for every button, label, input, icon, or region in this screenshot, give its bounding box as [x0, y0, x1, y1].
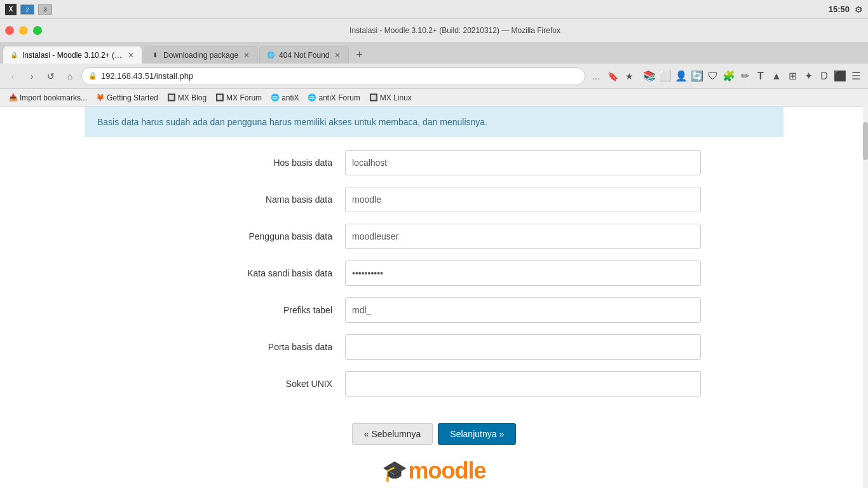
security-icon: 🔒: [88, 72, 97, 80]
t-icon[interactable]: T: [754, 69, 768, 83]
pocket-icon[interactable]: 🔖: [606, 69, 620, 83]
title-bar: Instalasi - Moodle 3.10.2+ (Build: 20210…: [0, 19, 868, 42]
system-time: 15:50: [829, 4, 850, 14]
label-db-pass: Kata sandi basis data: [167, 268, 345, 278]
address-bar-input-wrap[interactable]: 🔒 192.168.43.51/install.php: [81, 67, 585, 85]
input-db-host[interactable]: [345, 150, 701, 175]
form-row-db-host: Hos basis data: [167, 150, 701, 175]
antix-forum-icon: 🌐: [308, 93, 316, 102]
input-db-user[interactable]: [345, 224, 701, 249]
mx-linux-icon: 🔲: [369, 93, 378, 102]
form-row-db-name: Nama basis data: [167, 187, 701, 212]
tab-404-icon: 🌐: [266, 51, 275, 60]
grid-icon[interactable]: ⊞: [785, 69, 799, 83]
moodle-hat-icon: 🎓: [382, 459, 407, 483]
input-db-prefix[interactable]: [345, 297, 701, 323]
shield-icon[interactable]: 🛡: [706, 69, 720, 83]
label-db-host: Hos basis data: [167, 158, 345, 168]
bookmark-mx-forum[interactable]: 🔲 MX Forum: [212, 92, 266, 104]
import-icon: 📥: [9, 93, 18, 102]
back-button[interactable]: ‹: [5, 69, 20, 84]
next-button[interactable]: Selanjutnya »: [438, 423, 516, 445]
tab-moodle-close[interactable]: ✕: [126, 50, 135, 61]
label-db-user: Pengguna basis data: [167, 231, 345, 241]
firefox-icon: 🦊: [96, 93, 105, 102]
bookmark-antix[interactable]: 🌐 antiX: [267, 92, 302, 104]
label-db-prefix: Prefiks tabel: [167, 305, 345, 315]
tab-404-label: 404 Not Found: [279, 51, 329, 60]
browser-title: Instalasi - Moodle 3.10.2+ (Build: 20210…: [47, 26, 863, 35]
tab-moodle-label: Instalasi - Moodle 3.10.2+ (Bu...: [22, 51, 123, 60]
tab-downloading[interactable]: ⬇ Downloading package ✕: [144, 46, 258, 64]
ext-icon-3[interactable]: ⬛: [833, 69, 847, 83]
info-box: Basis data harus sudah ada dan pengguna …: [85, 107, 783, 137]
window-maximize-button[interactable]: [33, 26, 42, 35]
input-db-name[interactable]: [345, 187, 701, 212]
pen-icon[interactable]: ✏: [738, 69, 752, 83]
antix-icon: 🌐: [271, 93, 280, 102]
form-row-db-pass: Kata sandi basis data: [167, 261, 701, 286]
tab-moodle-install[interactable]: 🔒 Instalasi - Moodle 3.10.2+ (Bu... ✕: [3, 46, 142, 64]
gdrive-icon[interactable]: ▲: [770, 69, 783, 83]
address-bar: ‹ › ↺ ⌂ 🔒 192.168.43.51/install.php … 🔖 …: [0, 64, 868, 89]
form-row-db-socket: Soket UNIX: [167, 371, 701, 396]
form-row-db-port: Porta basis data: [167, 334, 701, 360]
tab-404[interactable]: 🌐 404 Not Found ✕: [259, 46, 349, 64]
reload-button[interactable]: ↺: [43, 69, 58, 84]
account-icon[interactable]: 👤: [674, 69, 688, 83]
label-db-name: Nama basis data: [167, 194, 345, 205]
input-db-socket[interactable]: [345, 371, 701, 396]
mx-forum-icon: 🔲: [215, 93, 224, 102]
library-icon[interactable]: 📚: [642, 69, 656, 83]
bookmark-import[interactable]: 📥 Import bookmarks...: [5, 92, 91, 104]
label-db-port: Porta basis data: [167, 342, 345, 352]
bookmark-icon[interactable]: ★: [622, 69, 636, 83]
mx-blog-icon: 🔲: [167, 93, 176, 102]
tab-downloading-icon: ⬇: [151, 51, 159, 60]
moodle-logo-text: 🎓 moodle: [382, 458, 485, 484]
addons-icon[interactable]: 🧩: [722, 69, 736, 83]
scrollbar-track[interactable]: [863, 107, 868, 488]
moodle-logo: 🎓 moodle: [382, 458, 485, 484]
menu-button[interactable]: ☰: [849, 69, 863, 83]
more-button[interactable]: …: [589, 69, 603, 83]
input-db-pass[interactable]: [345, 261, 701, 286]
info-text: Basis data harus sudah ada dan pengguna …: [97, 117, 487, 127]
tab-404-close[interactable]: ✕: [333, 50, 342, 61]
toolbar-icons: … 🔖 ★: [589, 69, 636, 83]
window-minimize-button[interactable]: [19, 26, 28, 35]
ext-icon-1[interactable]: ✦: [801, 69, 815, 83]
workspace-button-2[interactable]: 2: [20, 4, 34, 15]
os-taskbar: X 2 3 15:50 ⚙: [0, 0, 868, 19]
os-taskbar-right: 15:50 ⚙: [829, 4, 863, 15]
form-row-db-prefix: Prefiks tabel: [167, 297, 701, 323]
label-db-socket: Soket UNIX: [167, 379, 345, 389]
forward-button[interactable]: ›: [24, 69, 39, 84]
settings-icon[interactable]: ⚙: [855, 4, 863, 15]
bookmark-getting-started[interactable]: 🦊 Getting Started: [92, 92, 162, 104]
page-content: Basis data harus sudah ada dan pengguna …: [0, 107, 868, 488]
tab-bar: 🔒 Instalasi - Moodle 3.10.2+ (Bu... ✕ ⬇ …: [0, 42, 868, 64]
address-url-text: 192.168.43.51/install.php: [101, 71, 578, 81]
browser-window: Instalasi - Moodle 3.10.2+ (Build: 20210…: [0, 19, 868, 488]
tab-downloading-label: Downloading package: [163, 51, 238, 60]
tab-icon-2[interactable]: ⬜: [658, 69, 672, 83]
form-row-db-user: Pengguna basis data: [167, 224, 701, 249]
new-tab-button[interactable]: +: [350, 46, 368, 64]
scrollbar-thumb[interactable]: [863, 122, 868, 160]
workspace-button-3[interactable]: 3: [38, 4, 52, 15]
tab-downloading-close[interactable]: ✕: [242, 50, 251, 61]
form-buttons: « Sebelumnya Selanjutnya »: [352, 423, 516, 445]
sync-icon[interactable]: 🔄: [690, 69, 704, 83]
os-taskbar-left: X 2 3: [5, 4, 52, 15]
prev-button[interactable]: « Sebelumnya: [352, 423, 433, 445]
bookmark-mx-blog[interactable]: 🔲 MX Blog: [163, 92, 210, 104]
home-button[interactable]: ⌂: [62, 69, 78, 84]
db-settings-form: Hos basis data Nama basis data Pengguna …: [85, 150, 783, 408]
os-logo[interactable]: X: [5, 4, 17, 15]
bookmark-antix-forum[interactable]: 🌐 antiX Forum: [304, 92, 363, 104]
input-db-port[interactable]: [345, 334, 701, 360]
ext-icon-2[interactable]: D: [817, 69, 831, 83]
window-close-button[interactable]: [5, 26, 14, 35]
bookmark-mx-linux[interactable]: 🔲 MX Linux: [365, 92, 416, 104]
